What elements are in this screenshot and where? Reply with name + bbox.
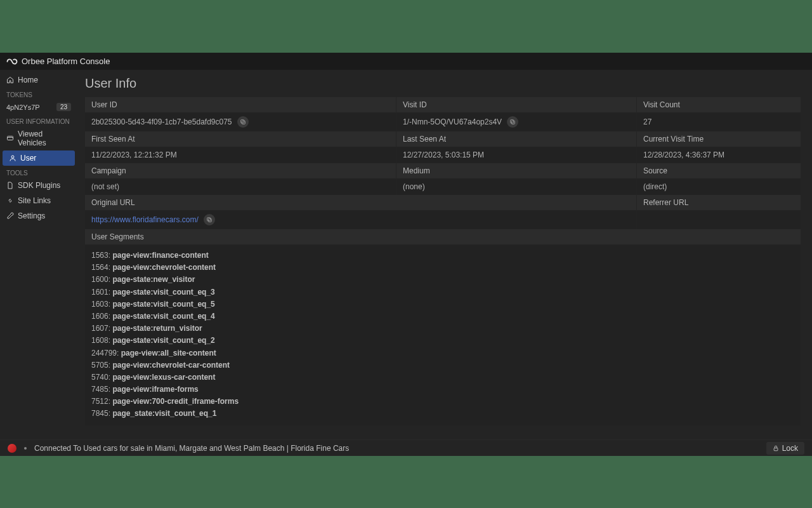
token-badge: 23 <box>56 103 71 111</box>
app-header: Orbee Platform Console <box>0 53 812 70</box>
brand-logo-icon <box>6 57 18 66</box>
brand-title: Orbee Platform Console <box>22 57 110 66</box>
segment-row: 1606: page-state:visit_count_eq_4 <box>91 311 794 323</box>
sidebar-item-settings[interactable]: Settings <box>0 208 77 224</box>
label-visit-count: Visit Count <box>637 97 801 112</box>
svg-rect-3 <box>242 121 245 124</box>
label-first-seen: First Seen At <box>85 131 396 147</box>
label-medium: Medium <box>396 163 637 178</box>
status-bar: Connected To Used cars for sale in Miami… <box>0 439 812 456</box>
status-text: Connected To Used cars for sale in Miami… <box>34 444 349 453</box>
sidebar-item-label: Viewed Vehicles <box>18 130 71 147</box>
status-indicator-icon <box>8 444 16 453</box>
copy-icon <box>509 119 516 125</box>
sidebar-token-row[interactable]: 4pN2Ys7P 23 <box>0 100 77 114</box>
user-segments-list: 1563: page-view:finance-content1564: pag… <box>85 244 801 425</box>
label-referrer-url: Referrer URL <box>637 195 801 210</box>
copy-user-id-button[interactable] <box>237 116 249 128</box>
sidebar-section-user-info: USER INFORMATION <box>0 114 77 126</box>
sidebar-section-tools: TOOLS <box>0 166 77 178</box>
value-source: (direct) <box>637 178 801 195</box>
sidebar-item-label: SDK Plugins <box>18 181 60 190</box>
original-url-link[interactable]: https://www.floridafinecars.com/ <box>91 215 199 224</box>
segment-row: 7485: page-view:iframe-forms <box>91 384 794 396</box>
segment-row: 244799: page-view:all_site-content <box>91 347 794 359</box>
home-icon <box>6 76 14 84</box>
segment-row: 1600: page-state:new_visitor <box>91 274 794 286</box>
value-visit-id: 1/-Nmn-5OQ/VU67a4op2s4V <box>396 112 637 131</box>
segment-row: 1564: page-view:chevrolet-content <box>91 262 794 274</box>
copy-visit-id-button[interactable] <box>507 116 518 128</box>
wrench-icon <box>6 212 14 220</box>
sidebar-item-user[interactable]: User <box>3 150 75 166</box>
label-current-visit-time: Current Visit Time <box>637 131 801 147</box>
link-icon <box>6 197 14 204</box>
value-campaign: (not set) <box>85 178 396 195</box>
user-icon <box>9 154 16 162</box>
label-source: Source <box>637 163 801 178</box>
svg-rect-5 <box>511 121 514 124</box>
label-campaign: Campaign <box>85 163 396 178</box>
svg-rect-7 <box>208 218 211 222</box>
segment-row: 5705: page-view:chevrolet-car-content <box>91 359 794 371</box>
user-info-table: User ID Visit ID Visit Count 2b025300-5d… <box>85 97 801 425</box>
segment-row: 1608: page-state:visit_count_eq_2 <box>91 335 794 347</box>
copy-icon <box>240 119 246 125</box>
value-referrer-url <box>637 210 801 229</box>
lock-label: Lock <box>782 444 798 453</box>
sidebar-item-site-links[interactable]: Site Links <box>0 193 77 208</box>
segment-row: 5740: page-view:lexus-car-content <box>91 371 794 384</box>
value-user-id: 2b025300-5d43-4f09-1cb7-be5dafd9c075 <box>85 112 396 131</box>
sidebar-item-label: Settings <box>18 211 45 220</box>
segment-row: 1563: page-view:finance-content <box>91 250 794 262</box>
lock-button[interactable]: Lock <box>766 442 804 455</box>
value-visit-count: 27 <box>637 112 801 131</box>
value-current-visit-time: 12/28/2023, 4:36:37 PM <box>637 147 801 163</box>
value-last-seen: 12/27/2023, 5:03:15 PM <box>396 147 637 163</box>
sidebar-item-label: User <box>20 154 36 163</box>
label-last-seen: Last Seen At <box>396 131 637 147</box>
sidebar-item-home[interactable]: Home <box>0 72 77 88</box>
segment-row: 7512: page-view:700-credit_iframe-forms <box>91 396 794 408</box>
svg-rect-0 <box>8 137 13 140</box>
sidebar: Home TOKENS 4pN2Ys7P 23 USER INFORMATION… <box>0 70 77 439</box>
label-user-id: User ID <box>85 97 396 112</box>
status-separator-icon <box>24 447 27 450</box>
svg-rect-4 <box>240 120 244 123</box>
sidebar-item-viewed-vehicles[interactable]: Viewed Vehicles <box>0 126 77 150</box>
value-first-seen: 11/22/2023, 12:21:32 PM <box>85 147 396 163</box>
label-user-segments: User Segments <box>85 229 801 244</box>
svg-rect-9 <box>774 448 778 450</box>
token-value: 4pN2Ys7P <box>6 104 40 111</box>
lock-icon <box>773 445 779 451</box>
value-medium: (none) <box>396 178 637 195</box>
svg-rect-6 <box>511 120 514 123</box>
page-title: User Info <box>85 76 801 91</box>
sidebar-section-tokens: TOKENS <box>0 88 77 100</box>
svg-point-2 <box>11 156 14 158</box>
document-icon <box>6 182 14 189</box>
segment-row: 7845: page_state:visit_count_eq_1 <box>91 408 794 420</box>
label-visit-id: Visit ID <box>396 97 637 112</box>
sidebar-item-sdk-plugins[interactable]: SDK Plugins <box>0 178 77 193</box>
svg-rect-8 <box>207 218 210 221</box>
segment-row: 1607: page-state:return_visitor <box>91 323 794 335</box>
sidebar-item-label: Home <box>18 76 38 84</box>
main-content: User Info User ID Visit ID Visit Count 2… <box>77 70 812 439</box>
copy-icon <box>206 217 213 223</box>
value-original-url: https://www.floridafinecars.com/ <box>85 210 637 229</box>
label-original-url: Original URL <box>85 195 637 210</box>
segment-row: 1603: page-state:visit_count_eq_5 <box>91 298 794 311</box>
sidebar-item-label: Site Links <box>18 196 51 205</box>
copy-original-url-button[interactable] <box>204 214 215 225</box>
vehicle-icon <box>6 135 14 142</box>
segment-row: 1601: page-state:visit_count_eq_3 <box>91 286 794 298</box>
